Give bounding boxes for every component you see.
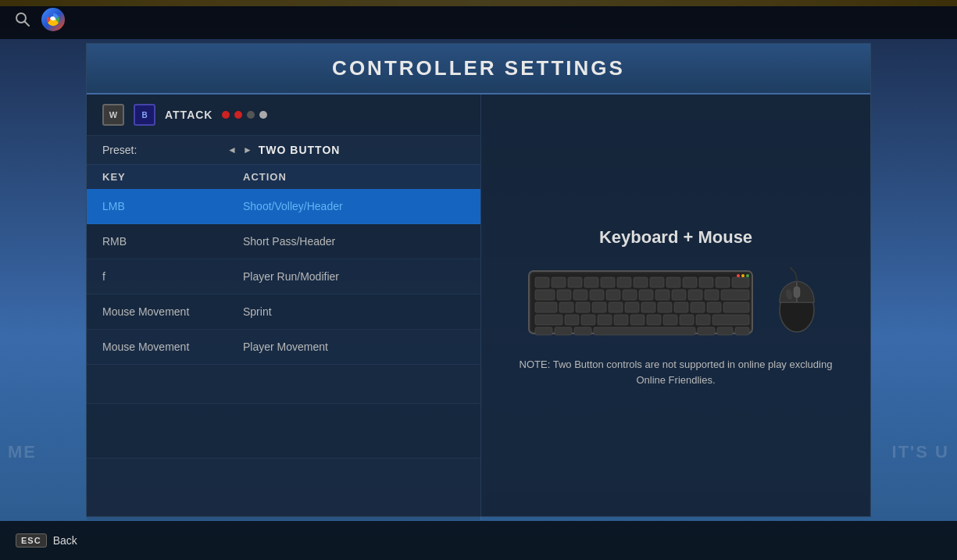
preset-next-arrow[interactable]: ► — [243, 144, 252, 155]
icon-b: B — [134, 104, 155, 126]
svg-rect-15 — [699, 277, 713, 287]
svg-point-60 — [737, 274, 740, 277]
svg-rect-17 — [732, 277, 749, 287]
preset-prev-arrow[interactable]: ◄ — [227, 144, 237, 155]
search-icon[interactable] — [12, 9, 34, 30]
dot-2 — [234, 111, 242, 119]
note-text: NOTE: Two Button controls are not suppor… — [512, 357, 839, 387]
svg-rect-46 — [614, 315, 628, 325]
svg-rect-34 — [609, 302, 623, 312]
preset-label: Preset: — [102, 144, 227, 156]
keyboard-icon — [527, 263, 754, 341]
svg-rect-18 — [535, 290, 555, 300]
row-key-4: Mouse Movement — [102, 341, 243, 353]
svg-rect-23 — [623, 290, 637, 300]
svg-rect-55 — [574, 327, 591, 335]
row-key-1: RMB — [102, 235, 243, 248]
row-action-4: Player Movement — [243, 341, 328, 353]
left-panel: W B ATTACK Preset: ◄ ► TWO BUTTON — [87, 95, 481, 520]
svg-rect-33 — [592, 302, 606, 312]
right-panel: Keyboard + Mouse — [481, 95, 870, 520]
attack-label: ATTACK — [165, 109, 212, 121]
mouse-icon — [770, 267, 824, 337]
svg-rect-59 — [735, 327, 749, 335]
svg-rect-42 — [535, 315, 562, 325]
chrome-icon[interactable] — [41, 8, 65, 31]
row-key-0: LMB — [102, 200, 243, 212]
table-header: KEY ACTION — [87, 165, 480, 189]
back-button[interactable]: ESC Back — [16, 533, 77, 548]
row-action-2: Player Run/Modifier — [243, 270, 339, 283]
key-action-table: LMB Shoot/Volley/Header RMB Short Pass/H… — [87, 189, 480, 458]
svg-rect-51 — [696, 315, 710, 325]
esc-badge: ESC — [16, 533, 47, 548]
table-row[interactable]: LMB Shoot/Volley/Header — [87, 189, 480, 224]
preset-row: Preset: ◄ ► TWO BUTTON — [87, 136, 480, 165]
content-split: W B ATTACK Preset: ◄ ► TWO BUTTON — [87, 95, 870, 520]
back-label: Back — [53, 534, 77, 547]
panel-title: CONTROLLER SETTINGS — [332, 56, 625, 80]
preset-nav: ◄ ► — [227, 144, 252, 155]
header-action: ACTION — [243, 171, 287, 183]
dot-1 — [222, 111, 230, 119]
svg-rect-58 — [717, 327, 733, 335]
header-key: KEY — [102, 171, 243, 183]
svg-rect-32 — [576, 302, 590, 312]
preset-value: TWO BUTTON — [259, 144, 341, 156]
table-row[interactable]: Mouse Movement Player Movement — [87, 330, 480, 365]
svg-rect-30 — [535, 302, 557, 312]
svg-rect-13 — [666, 277, 680, 287]
svg-rect-20 — [573, 290, 587, 300]
svg-rect-45 — [598, 315, 612, 325]
keyboard-mouse-image — [527, 263, 824, 341]
svg-rect-11 — [634, 277, 648, 287]
svg-rect-27 — [688, 290, 702, 300]
svg-rect-31 — [559, 302, 573, 312]
svg-point-62 — [746, 274, 749, 277]
svg-rect-29 — [721, 290, 749, 300]
row-action-3: Sprint — [243, 305, 272, 318]
svg-rect-7 — [568, 277, 582, 287]
svg-rect-65 — [794, 287, 800, 298]
row-key-3: Mouse Movement — [102, 305, 243, 318]
svg-rect-41 — [723, 302, 749, 312]
svg-rect-14 — [683, 277, 697, 287]
table-row[interactable]: Mouse Movement Sprint — [87, 294, 480, 330]
svg-rect-48 — [647, 315, 661, 325]
table-row[interactable]: RMB Short Pass/Header — [87, 224, 480, 259]
svg-rect-8 — [584, 277, 598, 287]
stadium-text-right: IT'S U — [884, 438, 957, 466]
svg-rect-21 — [590, 290, 604, 300]
svg-rect-6 — [552, 277, 566, 287]
svg-rect-10 — [617, 277, 631, 287]
attack-dots — [222, 111, 267, 119]
svg-rect-47 — [630, 315, 645, 325]
bottom-bar: ESC Back — [0, 521, 957, 560]
svg-rect-39 — [691, 302, 705, 312]
keyboard-mouse-title: Keyboard + Mouse — [599, 227, 752, 248]
svg-rect-40 — [707, 302, 721, 312]
svg-rect-53 — [535, 327, 552, 335]
svg-line-1 — [25, 22, 30, 27]
svg-rect-56 — [594, 327, 695, 335]
svg-rect-36 — [641, 302, 655, 312]
bottom-empty-area — [87, 458, 480, 520]
panel-header: CONTROLLER SETTINGS — [87, 44, 870, 95]
row-action-0: Shoot/Volley/Header — [243, 200, 343, 212]
svg-rect-38 — [674, 302, 688, 312]
svg-rect-28 — [705, 290, 719, 300]
svg-rect-43 — [565, 315, 579, 325]
table-row-empty — [87, 365, 480, 404]
top-bar — [0, 0, 957, 39]
svg-rect-12 — [650, 277, 664, 287]
row-action-1: Short Pass/Header — [243, 235, 335, 248]
svg-rect-52 — [712, 315, 749, 325]
dot-3 — [247, 111, 255, 119]
svg-rect-22 — [606, 290, 620, 300]
attack-section: W B ATTACK — [87, 95, 480, 136]
dot-4 — [259, 111, 267, 119]
table-row[interactable]: f Player Run/Modifier — [87, 259, 480, 294]
svg-rect-54 — [555, 327, 572, 335]
svg-rect-19 — [557, 290, 571, 300]
svg-rect-49 — [663, 315, 677, 325]
